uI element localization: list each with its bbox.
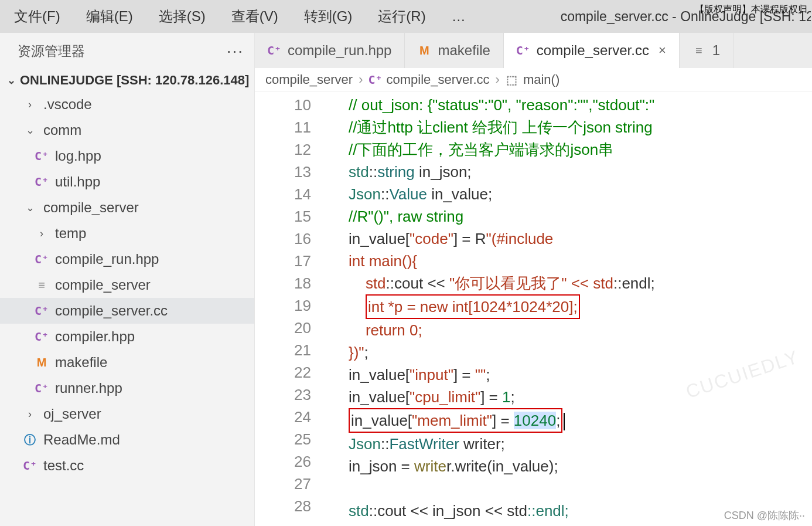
editor: C⁺compile_run.hppMmakefileC⁺compile_serv… bbox=[255, 33, 812, 526]
tree-item-label: oj_server bbox=[43, 406, 101, 422]
txt-icon: ≡ bbox=[34, 277, 49, 293]
tree-item[interactable]: C⁺test.cc bbox=[0, 453, 254, 479]
breadcrumbs[interactable]: compile_server › C⁺ compile_server.cc › … bbox=[255, 68, 812, 91]
tab-label: compile_server.cc bbox=[537, 42, 649, 59]
chevron-right-icon: › bbox=[34, 226, 49, 241]
tree-item[interactable]: C⁺compiler.hpp bbox=[0, 324, 254, 349]
menu-bar: 文件(F) 编辑(E) 选择(S) 查看(V) 转到(G) 运行(R) … co… bbox=[0, 0, 812, 33]
cpp-icon: C⁺ bbox=[268, 43, 281, 58]
tree-item-label: comm bbox=[43, 122, 81, 138]
tree-item-label: runner.hpp bbox=[55, 380, 122, 396]
file-tree: ›.vscode⌄commC⁺log.hppC⁺util.hpp⌄compile… bbox=[0, 91, 254, 479]
editor-tab[interactable]: C⁺compile_run.hpp bbox=[255, 33, 405, 68]
tree-item[interactable]: ⌄comm bbox=[0, 117, 254, 143]
crumb-sep: › bbox=[359, 72, 363, 87]
cpp-icon: C⁺ bbox=[34, 381, 49, 396]
sidebar: 资源管理器 ··· ⌄ ONLINEJUDGE [SSH: 120.78.126… bbox=[0, 33, 255, 526]
tree-item-label: log.hpp bbox=[55, 148, 101, 164]
cpp-icon: C⁺ bbox=[34, 329, 49, 344]
editor-tab[interactable]: Mmakefile bbox=[405, 33, 503, 68]
chevron-down-icon: ⌄ bbox=[6, 74, 16, 87]
crumb-symbol[interactable]: main() bbox=[523, 72, 559, 87]
crumb-folder[interactable]: compile_server bbox=[265, 72, 353, 87]
cpp-icon: C⁺ bbox=[369, 72, 382, 87]
symbol-icon: ⬚ bbox=[506, 72, 518, 87]
info-icon: ⓘ bbox=[22, 432, 37, 447]
tree-item-label: compile_server bbox=[43, 199, 139, 216]
tree-item-label: util.hpp bbox=[55, 174, 100, 190]
cpp-icon: C⁺ bbox=[34, 252, 49, 267]
tree-item[interactable]: C⁺runner.hpp bbox=[0, 375, 254, 401]
project-header[interactable]: ⌄ ONLINEJUDGE [SSH: 120.78.126.148] bbox=[0, 69, 254, 91]
line-gutter: 10111213141516171819202122232425262728 bbox=[255, 91, 325, 526]
watermark-top: 【版权声明】本课程版权归 bbox=[695, 4, 807, 16]
mk-icon: M bbox=[34, 355, 49, 370]
cpp-icon: C⁺ bbox=[22, 458, 37, 473]
chevron-down-icon: ⌄ bbox=[22, 123, 37, 138]
tree-item[interactable]: ›oj_server bbox=[0, 401, 254, 427]
tree-item-label: makefile bbox=[55, 354, 107, 371]
tree-item-label: compile_server bbox=[55, 277, 151, 293]
tree-item-label: ReadMe.md bbox=[43, 432, 120, 448]
tree-item[interactable]: C⁺compile_server.cc bbox=[0, 298, 254, 324]
mk-icon: M bbox=[418, 43, 431, 58]
project-name: ONLINEJUDGE [SSH: 120.78.126.148] bbox=[20, 73, 249, 88]
tree-item[interactable]: C⁺compile_run.hpp bbox=[0, 246, 254, 272]
tab-bar: C⁺compile_run.hppMmakefileC⁺compile_serv… bbox=[255, 33, 812, 68]
crumb-sep: › bbox=[496, 72, 500, 87]
tree-item[interactable]: ≡compile_server bbox=[0, 272, 254, 298]
tree-item-label: compile_run.hpp bbox=[55, 251, 159, 267]
tree-item-label: compiler.hpp bbox=[55, 328, 135, 345]
chevron-right-icon: › bbox=[22, 406, 37, 422]
tree-item[interactable]: C⁺util.hpp bbox=[0, 169, 254, 195]
tree-item[interactable]: Mmakefile bbox=[0, 349, 254, 375]
menu-more[interactable]: … bbox=[439, 8, 479, 25]
tree-item-label: .vscode bbox=[43, 96, 92, 113]
menu-run[interactable]: 运行(R) bbox=[365, 7, 438, 26]
tree-item-label: compile_server.cc bbox=[55, 303, 168, 319]
tab-label: compile_run.hpp bbox=[288, 42, 391, 59]
chevron-right-icon: › bbox=[22, 97, 37, 112]
menu-view[interactable]: 查看(V) bbox=[219, 7, 291, 26]
code-content[interactable]: // out_json: {"status":"0", "reason":"",… bbox=[343, 91, 812, 526]
tab-label: 1 bbox=[712, 42, 720, 59]
tree-item[interactable]: C⁺log.hpp bbox=[0, 143, 254, 169]
tree-item[interactable]: ›.vscode bbox=[0, 91, 254, 117]
menu-edit[interactable]: 编辑(E) bbox=[73, 7, 146, 26]
cpp-icon: C⁺ bbox=[34, 303, 49, 318]
close-icon[interactable]: × bbox=[659, 43, 666, 58]
tree-item[interactable]: ⌄compile_server bbox=[0, 195, 254, 220]
txt-icon: ≡ bbox=[692, 43, 705, 58]
sidebar-title: 资源管理器 bbox=[18, 42, 227, 60]
cpp-icon: C⁺ bbox=[517, 43, 530, 58]
editor-tab[interactable]: C⁺compile_server.cc× bbox=[504, 33, 680, 68]
crumb-file[interactable]: compile_server.cc bbox=[387, 72, 490, 87]
tree-item[interactable]: ⓘReadMe.md bbox=[0, 427, 254, 453]
editor-tab[interactable]: ≡1 bbox=[680, 33, 733, 68]
menu-select[interactable]: 选择(S) bbox=[146, 7, 219, 26]
tab-label: makefile bbox=[438, 42, 490, 59]
chevron-down-icon: ⌄ bbox=[22, 200, 37, 215]
sidebar-actions[interactable]: ··· bbox=[227, 42, 244, 60]
cpp-icon: C⁺ bbox=[34, 174, 49, 189]
menu-goto[interactable]: 转到(G) bbox=[291, 7, 366, 26]
tree-item-label: test.cc bbox=[43, 457, 84, 474]
cpp-icon: C⁺ bbox=[34, 148, 49, 164]
tree-item-label: temp bbox=[55, 225, 86, 242]
code-view[interactable]: 10111213141516171819202122232425262728 /… bbox=[255, 91, 812, 526]
menu-file[interactable]: 文件(F) bbox=[1, 7, 73, 26]
tree-item[interactable]: ›temp bbox=[0, 220, 254, 246]
